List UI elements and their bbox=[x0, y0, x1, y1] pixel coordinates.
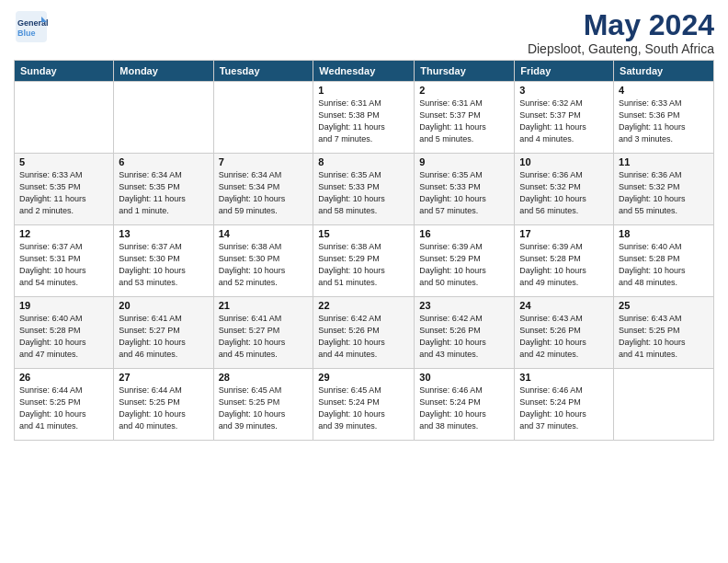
weekday-header-wednesday: Wednesday bbox=[313, 61, 415, 82]
day-number: 19 bbox=[19, 300, 108, 311]
weekday-header-row: SundayMondayTuesdayWednesdayThursdayFrid… bbox=[15, 61, 714, 82]
day-info: Sunrise: 6:44 AMSunset: 5:25 PMDaylight:… bbox=[119, 385, 208, 432]
calendar-table: SundayMondayTuesdayWednesdayThursdayFrid… bbox=[14, 60, 714, 441]
day-number: 16 bbox=[419, 228, 509, 239]
day-info: Sunrise: 6:39 AMSunset: 5:29 PMDaylight:… bbox=[419, 241, 509, 289]
weekday-header-thursday: Thursday bbox=[415, 61, 515, 82]
calendar-week-row: 5Sunrise: 6:33 AMSunset: 5:35 PMDaylight… bbox=[15, 154, 714, 225]
calendar-day-cell: 24Sunrise: 6:43 AMSunset: 5:26 PMDayligh… bbox=[515, 297, 614, 369]
calendar-week-row: 26Sunrise: 6:44 AMSunset: 5:25 PMDayligh… bbox=[15, 369, 714, 441]
calendar-day-cell: 14Sunrise: 6:38 AMSunset: 5:30 PMDayligh… bbox=[213, 225, 313, 297]
day-info: Sunrise: 6:43 AMSunset: 5:26 PMDaylight:… bbox=[519, 313, 609, 361]
day-info: Sunrise: 6:45 AMSunset: 5:24 PMDaylight:… bbox=[318, 385, 409, 432]
title-block: May 2024 Diepsloot, Gauteng, South Afric… bbox=[528, 9, 714, 56]
day-info: Sunrise: 6:33 AMSunset: 5:35 PMDaylight:… bbox=[19, 169, 108, 217]
calendar-day-cell: 20Sunrise: 6:41 AMSunset: 5:27 PMDayligh… bbox=[114, 297, 213, 369]
calendar-day-cell: 23Sunrise: 6:42 AMSunset: 5:26 PMDayligh… bbox=[415, 297, 515, 369]
day-number: 2 bbox=[419, 85, 509, 96]
day-number: 12 bbox=[19, 228, 108, 239]
weekday-header-tuesday: Tuesday bbox=[213, 61, 313, 82]
calendar-day-cell: 10Sunrise: 6:36 AMSunset: 5:32 PMDayligh… bbox=[515, 154, 614, 225]
day-info: Sunrise: 6:35 AMSunset: 5:33 PMDaylight:… bbox=[318, 169, 409, 217]
day-info: Sunrise: 6:31 AMSunset: 5:38 PMDaylight:… bbox=[318, 98, 409, 145]
calendar-day-cell: 2Sunrise: 6:31 AMSunset: 5:37 PMDaylight… bbox=[415, 82, 515, 154]
day-info: Sunrise: 6:40 AMSunset: 5:28 PMDaylight:… bbox=[19, 313, 108, 361]
calendar-day-cell: 3Sunrise: 6:32 AMSunset: 5:37 PMDaylight… bbox=[515, 82, 614, 154]
calendar-day-cell: 11Sunrise: 6:36 AMSunset: 5:32 PMDayligh… bbox=[614, 154, 714, 225]
logo: General Blue bbox=[14, 9, 49, 44]
day-number: 10 bbox=[519, 156, 609, 167]
day-info: Sunrise: 6:37 AMSunset: 5:30 PMDaylight:… bbox=[119, 241, 208, 289]
calendar-day-cell: 13Sunrise: 6:37 AMSunset: 5:30 PMDayligh… bbox=[114, 225, 213, 297]
weekday-header-friday: Friday bbox=[515, 61, 614, 82]
day-number: 4 bbox=[619, 85, 709, 96]
calendar-day-cell: 15Sunrise: 6:38 AMSunset: 5:29 PMDayligh… bbox=[313, 225, 415, 297]
day-number: 20 bbox=[119, 300, 208, 311]
weekday-header-monday: Monday bbox=[114, 61, 213, 82]
day-number: 5 bbox=[19, 156, 108, 167]
day-info: Sunrise: 6:36 AMSunset: 5:32 PMDaylight:… bbox=[519, 169, 609, 217]
day-info: Sunrise: 6:43 AMSunset: 5:25 PMDaylight:… bbox=[619, 313, 709, 361]
calendar-week-row: 1Sunrise: 6:31 AMSunset: 5:38 PMDaylight… bbox=[15, 82, 714, 154]
day-info: Sunrise: 6:39 AMSunset: 5:28 PMDaylight:… bbox=[519, 241, 609, 289]
day-info: Sunrise: 6:42 AMSunset: 5:26 PMDaylight:… bbox=[318, 313, 409, 361]
calendar-day-cell: 7Sunrise: 6:34 AMSunset: 5:34 PMDaylight… bbox=[213, 154, 313, 225]
day-info: Sunrise: 6:38 AMSunset: 5:30 PMDaylight:… bbox=[219, 241, 309, 289]
calendar-day-cell: 5Sunrise: 6:33 AMSunset: 5:35 PMDaylight… bbox=[15, 154, 114, 225]
day-number: 15 bbox=[318, 228, 409, 239]
day-info: Sunrise: 6:33 AMSunset: 5:36 PMDaylight:… bbox=[619, 98, 709, 145]
day-info: Sunrise: 6:32 AMSunset: 5:37 PMDaylight:… bbox=[519, 98, 609, 145]
day-number: 13 bbox=[119, 228, 208, 239]
calendar-day-cell: 21Sunrise: 6:41 AMSunset: 5:27 PMDayligh… bbox=[213, 297, 313, 369]
calendar-day-cell: 4Sunrise: 6:33 AMSunset: 5:36 PMDaylight… bbox=[614, 82, 714, 154]
day-info: Sunrise: 6:41 AMSunset: 5:27 PMDaylight:… bbox=[119, 313, 208, 361]
calendar-day-cell: 25Sunrise: 6:43 AMSunset: 5:25 PMDayligh… bbox=[614, 297, 714, 369]
day-info: Sunrise: 6:44 AMSunset: 5:25 PMDaylight:… bbox=[19, 385, 108, 432]
day-number: 23 bbox=[419, 300, 509, 311]
day-number: 26 bbox=[19, 372, 108, 383]
day-number: 17 bbox=[519, 228, 609, 239]
calendar-day-cell: 18Sunrise: 6:40 AMSunset: 5:28 PMDayligh… bbox=[614, 225, 714, 297]
calendar-day-cell: 26Sunrise: 6:44 AMSunset: 5:25 PMDayligh… bbox=[15, 369, 114, 441]
calendar-day-cell: 27Sunrise: 6:44 AMSunset: 5:25 PMDayligh… bbox=[114, 369, 213, 441]
day-number: 27 bbox=[119, 372, 208, 383]
calendar-day-cell: 22Sunrise: 6:42 AMSunset: 5:26 PMDayligh… bbox=[313, 297, 415, 369]
day-info: Sunrise: 6:37 AMSunset: 5:31 PMDaylight:… bbox=[19, 241, 108, 289]
calendar-day-cell: 8Sunrise: 6:35 AMSunset: 5:33 PMDaylight… bbox=[313, 154, 415, 225]
calendar-day-cell bbox=[614, 369, 714, 441]
calendar-day-cell: 9Sunrise: 6:35 AMSunset: 5:33 PMDaylight… bbox=[415, 154, 515, 225]
day-info: Sunrise: 6:38 AMSunset: 5:29 PMDaylight:… bbox=[318, 241, 409, 289]
day-info: Sunrise: 6:40 AMSunset: 5:28 PMDaylight:… bbox=[619, 241, 709, 289]
day-number: 24 bbox=[519, 300, 609, 311]
day-number: 25 bbox=[619, 300, 709, 311]
calendar-day-cell: 30Sunrise: 6:46 AMSunset: 5:24 PMDayligh… bbox=[415, 369, 515, 441]
logo-icon: General Blue bbox=[14, 9, 49, 44]
day-info: Sunrise: 6:35 AMSunset: 5:33 PMDaylight:… bbox=[419, 169, 509, 217]
day-info: Sunrise: 6:46 AMSunset: 5:24 PMDaylight:… bbox=[519, 385, 609, 432]
page: General Blue May 2024 Diepsloot, Gauteng… bbox=[0, 0, 728, 450]
day-number: 21 bbox=[219, 300, 309, 311]
day-info: Sunrise: 6:42 AMSunset: 5:26 PMDaylight:… bbox=[419, 313, 509, 361]
day-info: Sunrise: 6:31 AMSunset: 5:37 PMDaylight:… bbox=[419, 98, 509, 145]
day-number: 8 bbox=[318, 156, 409, 167]
calendar-day-cell: 17Sunrise: 6:39 AMSunset: 5:28 PMDayligh… bbox=[515, 225, 614, 297]
day-number: 22 bbox=[318, 300, 409, 311]
day-number: 7 bbox=[219, 156, 309, 167]
day-number: 1 bbox=[318, 85, 409, 96]
calendar-week-row: 12Sunrise: 6:37 AMSunset: 5:31 PMDayligh… bbox=[15, 225, 714, 297]
day-number: 6 bbox=[119, 156, 208, 167]
weekday-header-saturday: Saturday bbox=[614, 61, 714, 82]
day-info: Sunrise: 6:36 AMSunset: 5:32 PMDaylight:… bbox=[619, 169, 709, 217]
day-info: Sunrise: 6:34 AMSunset: 5:34 PMDaylight:… bbox=[219, 169, 309, 217]
day-number: 14 bbox=[219, 228, 309, 239]
day-number: 29 bbox=[318, 372, 409, 383]
calendar-day-cell bbox=[114, 82, 213, 154]
header: General Blue May 2024 Diepsloot, Gauteng… bbox=[14, 9, 714, 56]
calendar-day-cell: 19Sunrise: 6:40 AMSunset: 5:28 PMDayligh… bbox=[15, 297, 114, 369]
day-info: Sunrise: 6:46 AMSunset: 5:24 PMDaylight:… bbox=[419, 385, 509, 432]
svg-text:Blue: Blue bbox=[17, 29, 36, 38]
calendar-day-cell bbox=[213, 82, 313, 154]
calendar-day-cell: 12Sunrise: 6:37 AMSunset: 5:31 PMDayligh… bbox=[15, 225, 114, 297]
day-info: Sunrise: 6:34 AMSunset: 5:35 PMDaylight:… bbox=[119, 169, 208, 217]
calendar-day-cell: 28Sunrise: 6:45 AMSunset: 5:25 PMDayligh… bbox=[213, 369, 313, 441]
